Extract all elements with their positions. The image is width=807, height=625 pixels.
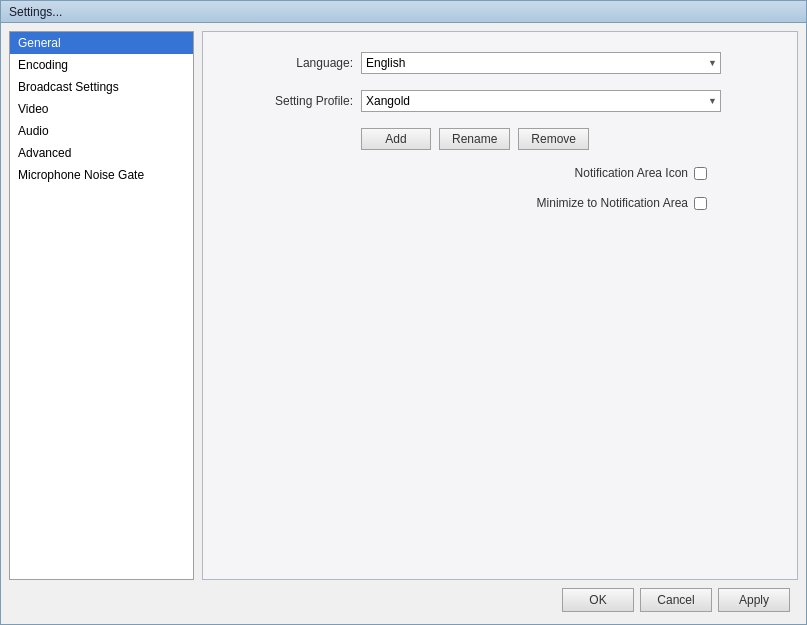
language-row: Language: English French German Spanish …: [233, 52, 767, 74]
notification-icon-label: Notification Area Icon: [575, 166, 688, 180]
sidebar-item-advanced[interactable]: Advanced: [10, 142, 193, 164]
notification-icon-checkbox[interactable]: [694, 167, 707, 180]
main-panel: Language: English French German Spanish …: [202, 31, 798, 580]
language-label: Language:: [233, 56, 353, 70]
cancel-button[interactable]: Cancel: [640, 588, 712, 612]
ok-button[interactable]: OK: [562, 588, 634, 612]
profile-select-wrapper: Xangold Default: [361, 90, 721, 112]
sidebar-item-encoding[interactable]: Encoding: [10, 54, 193, 76]
profile-label: Setting Profile:: [233, 94, 353, 108]
content-area: General Encoding Broadcast Settings Vide…: [9, 31, 798, 580]
remove-button[interactable]: Remove: [518, 128, 589, 150]
minimize-notification-row: Minimize to Notification Area: [233, 196, 707, 210]
minimize-notification-checkbox[interactable]: [694, 197, 707, 210]
minimize-notification-label: Minimize to Notification Area: [537, 196, 688, 210]
sidebar-item-general[interactable]: General: [10, 32, 193, 54]
sidebar: General Encoding Broadcast Settings Vide…: [9, 31, 194, 580]
add-button[interactable]: Add: [361, 128, 431, 150]
language-select-wrapper: English French German Spanish Japanese C…: [361, 52, 721, 74]
sidebar-item-microphone-noise-gate[interactable]: Microphone Noise Gate: [10, 164, 193, 186]
bottom-bar: OK Cancel Apply: [9, 580, 798, 616]
title-bar: Settings...: [1, 1, 806, 23]
language-select[interactable]: English French German Spanish Japanese C…: [361, 52, 721, 74]
sidebar-item-audio[interactable]: Audio: [10, 120, 193, 142]
window-body: General Encoding Broadcast Settings Vide…: [1, 23, 806, 624]
profile-row: Setting Profile: Xangold Default: [233, 90, 767, 112]
settings-window: Settings... General Encoding Broadcast S…: [0, 0, 807, 625]
profile-buttons-row: Add Rename Remove: [361, 128, 767, 150]
sidebar-item-broadcast-settings[interactable]: Broadcast Settings: [10, 76, 193, 98]
sidebar-item-video[interactable]: Video: [10, 98, 193, 120]
window-title: Settings...: [9, 5, 62, 19]
apply-button[interactable]: Apply: [718, 588, 790, 612]
profile-select[interactable]: Xangold Default: [361, 90, 721, 112]
notification-icon-row: Notification Area Icon: [233, 166, 707, 180]
rename-button[interactable]: Rename: [439, 128, 510, 150]
